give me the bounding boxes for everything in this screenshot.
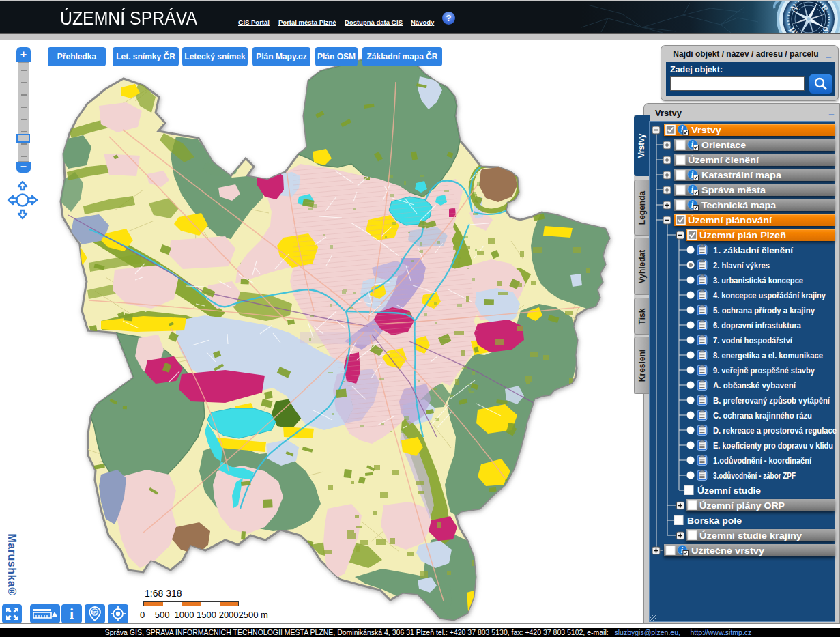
svg-text:Borská pole: Borská pole bbox=[687, 515, 742, 526]
svg-text:Územní plány ORP: Územní plány ORP bbox=[699, 500, 785, 511]
svg-text:3. urbanistická koncepce: 3. urbanistická koncepce bbox=[713, 275, 803, 285]
svg-text:3.odůvodnění - zábor ZPF: 3.odůvodnění - zábor ZPF bbox=[713, 470, 796, 481]
svg-text:2. hlavní výkres: 2. hlavní výkres bbox=[713, 260, 770, 270]
svg-text:Katastrální mapa: Katastrální mapa bbox=[701, 170, 782, 180]
svg-text:Vrstvy: Vrstvy bbox=[691, 125, 722, 135]
svg-text:Územní plán Plzeň: Územní plán Plzeň bbox=[699, 230, 786, 240]
svg-text:D. rekreace a prostorová regul: D. rekreace a prostorová regulace bbox=[713, 425, 837, 436]
svg-text:Územní studie: Územní studie bbox=[697, 485, 761, 496]
svg-text:4. koncepce uspořádání krajiny: 4. koncepce uspořádání krajiny bbox=[713, 290, 826, 300]
svg-text:B. preferovaný způsob vytápění: B. preferovaný způsob vytápění bbox=[713, 395, 830, 406]
svg-text:8. energetika a el. komunikace: 8. energetika a el. komunikace bbox=[713, 350, 823, 360]
svg-text:Orientace: Orientace bbox=[701, 140, 747, 150]
svg-text:Užitečné vrstvy: Užitečné vrstvy bbox=[691, 546, 765, 556]
svg-text:GPS: GPS bbox=[91, 611, 98, 614]
svg-text:6. dopravní infrastuktura: 6. dopravní infrastuktura bbox=[713, 320, 801, 330]
svg-text:1. základní členění: 1. základní členění bbox=[713, 245, 794, 255]
svg-text:Územní členění: Územní členění bbox=[688, 155, 759, 165]
svg-text:Správa města: Správa města bbox=[701, 185, 766, 195]
svg-text:Územní studie krajiny: Územní studie krajiny bbox=[699, 530, 802, 541]
svg-text:1.odůvodnění - koordinační: 1.odůvodnění - koordinační bbox=[713, 455, 812, 466]
svg-text:E. koeficienty pro dopravu v k: E. koeficienty pro dopravu v klidu bbox=[713, 440, 833, 451]
svg-text:7. vodní hospodářství: 7. vodní hospodářství bbox=[713, 335, 793, 345]
svg-text:Územní plánování: Územní plánování bbox=[688, 215, 772, 225]
svg-text:Technická mapa: Technická mapa bbox=[701, 200, 777, 210]
svg-text:5. ochrana přírody a krajiny: 5. ochrana přírody a krajiny bbox=[713, 305, 815, 315]
svg-text:C. ochrana krajinného rázu: C. ochrana krajinného rázu bbox=[713, 410, 812, 421]
svg-text:9. veřejně prospěšné stavby: 9. veřejně prospěšné stavby bbox=[713, 365, 815, 376]
svg-text:A. občanské vybavení: A. občanské vybavení bbox=[713, 380, 796, 391]
